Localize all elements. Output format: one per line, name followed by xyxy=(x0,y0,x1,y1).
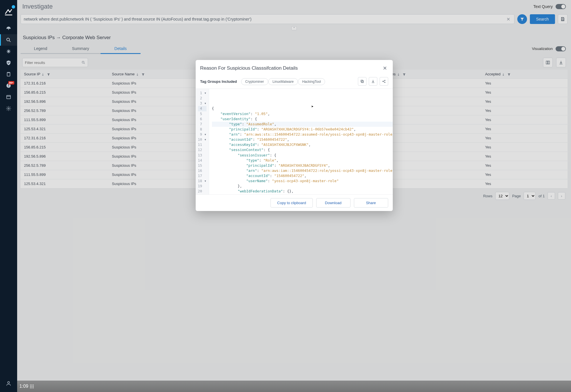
copy-to-clipboard-button[interactable]: Copy to clipboard xyxy=(271,198,312,208)
svg-rect-5 xyxy=(8,87,9,87)
app-logo[interactable] xyxy=(4,7,13,17)
svg-rect-0 xyxy=(8,29,9,30)
nav-dashboard[interactable] xyxy=(0,23,17,34)
nav-investigate[interactable] xyxy=(0,34,17,46)
alerts-count-badge: 99+ xyxy=(8,81,14,85)
sidebar: 99+ xyxy=(0,0,17,392)
nav-compliance[interactable] xyxy=(0,57,17,69)
svg-point-7 xyxy=(8,108,9,109)
nav-inventory[interactable] xyxy=(0,69,17,80)
video-control-bar: 1:09 xyxy=(17,381,571,392)
tag-pill[interactable]: HackingTool xyxy=(298,78,325,85)
svg-point-17 xyxy=(384,82,385,83)
timecode: 1:09 xyxy=(19,384,28,389)
modal-title: Reason For Suspicious Classsifcation Det… xyxy=(200,65,298,71)
svg-rect-6 xyxy=(7,95,10,99)
nav-reports[interactable] xyxy=(0,91,17,103)
svg-rect-13 xyxy=(361,81,363,83)
tag-pill[interactable]: LinuxMalware xyxy=(268,78,298,85)
share-button[interactable]: Share xyxy=(354,198,388,208)
svg-point-15 xyxy=(382,81,383,82)
tag-groups-label: Tag Groups Included xyxy=(200,79,237,84)
svg-point-8 xyxy=(8,381,10,383)
download-json-button[interactable]: Download xyxy=(316,198,350,208)
copy-icon-button[interactable] xyxy=(358,77,366,86)
nav-settings[interactable] xyxy=(0,103,17,114)
nav-asterisk[interactable] xyxy=(0,46,17,57)
share-icon-button[interactable] xyxy=(380,77,388,86)
svg-point-1 xyxy=(7,38,9,41)
nav-alerts[interactable]: 99+ xyxy=(0,80,17,91)
modal-overlay: Reason For Suspicious Classsifcation Det… xyxy=(17,0,571,392)
grip-icon xyxy=(30,385,34,388)
tag-pill[interactable]: Cryptominer xyxy=(241,78,268,85)
nav-user[interactable] xyxy=(0,378,17,389)
modal-close-button[interactable]: ✕ xyxy=(382,64,388,73)
svg-rect-14 xyxy=(361,80,363,82)
code-viewer: 1 ▾ 2 3 ▾ 4 5 6 7 8 9 ▾10 ▾11 12 13 14 1… xyxy=(196,89,393,194)
svg-point-16 xyxy=(384,80,385,81)
download-icon-button[interactable] xyxy=(369,77,377,86)
classification-modal: Reason For Suspicious Classsifcation Det… xyxy=(196,60,393,211)
logo-notification-dot xyxy=(12,5,15,9)
